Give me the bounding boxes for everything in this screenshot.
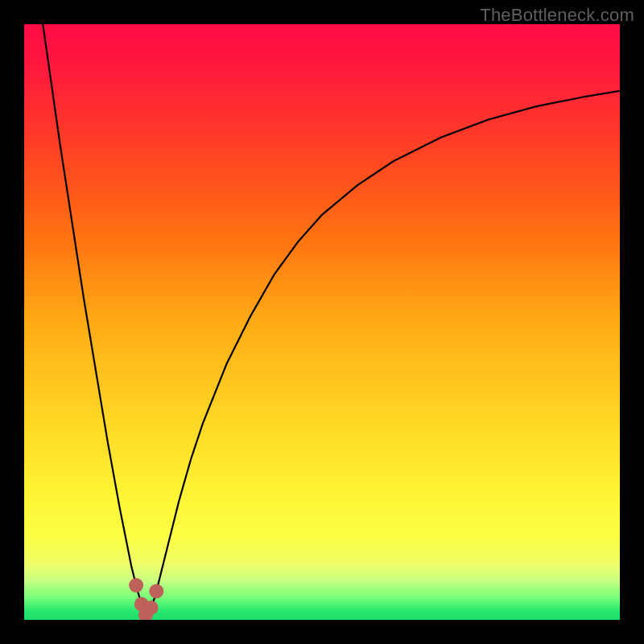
optimum-marker [149,584,163,598]
optimum-marker [129,578,143,592]
plot-area [24,24,620,620]
optimum-marker [144,601,159,615]
bottleneck-chart [24,24,620,620]
gradient-background [24,24,620,620]
outer-frame: TheBottleneck.com [0,0,644,644]
attribution-watermark: TheBottleneck.com [480,5,634,26]
